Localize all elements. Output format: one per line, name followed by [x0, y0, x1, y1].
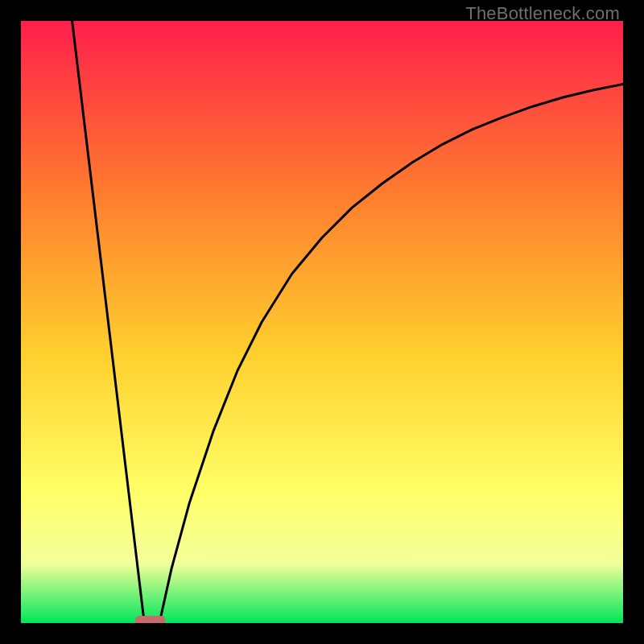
- optimal-marker: [135, 616, 165, 623]
- chart-svg: [21, 21, 623, 623]
- gradient-background: [21, 21, 623, 623]
- chart-frame: [21, 21, 623, 623]
